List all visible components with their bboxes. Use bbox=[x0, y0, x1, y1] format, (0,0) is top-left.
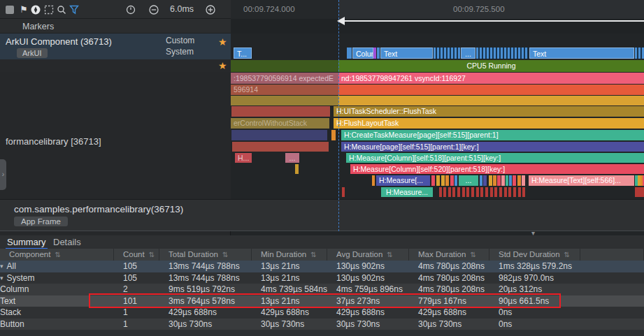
trace-span[interactable] bbox=[377, 48, 380, 59]
trace-span[interactable]: H:Measure[Text][self:566]... bbox=[529, 175, 634, 186]
trace-span[interactable] bbox=[476, 48, 529, 59]
trace-span[interactable]: CPU5 Running bbox=[338, 60, 644, 72]
trace-span[interactable] bbox=[441, 175, 445, 186]
trace-span[interactable]: H... bbox=[235, 153, 252, 163]
lane-app-frame[interactable]: com.samples.performancelibrary(36713) Ap… bbox=[0, 199, 644, 231]
trace-span[interactable] bbox=[501, 175, 505, 186]
trace-span[interactable] bbox=[347, 48, 352, 59]
trace-span[interactable]: H:UITaskScheduler::FlushTask bbox=[334, 106, 644, 117]
star-icon[interactable]: ★ bbox=[218, 37, 227, 47]
trace-span[interactable] bbox=[489, 175, 492, 186]
column-header-total[interactable]: Total Duration⇅ bbox=[159, 249, 252, 261]
trace-span[interactable] bbox=[450, 175, 454, 186]
trace-span[interactable]: ... bbox=[459, 175, 478, 186]
trace-span[interactable] bbox=[452, 187, 455, 197]
table-row-all[interactable]: ▾All 105 13ms 744µs 788ns 13µs 21ns 130µ… bbox=[0, 261, 644, 272]
column-header-max[interactable]: Max Duration⇅ bbox=[409, 249, 489, 261]
trace-span[interactable] bbox=[483, 175, 487, 186]
trace-span[interactable] bbox=[457, 187, 460, 197]
trace-span[interactable]: H:Measure[Column][self:518][parent:515][… bbox=[346, 153, 644, 163]
trace-span[interactable] bbox=[443, 187, 446, 197]
drawer-handle[interactable]: › bbox=[0, 159, 6, 190]
trace-span[interactable] bbox=[509, 175, 512, 186]
expand-arrow-icon[interactable]: ▾ bbox=[0, 261, 3, 272]
trace-span[interactable] bbox=[635, 48, 644, 59]
lane-process[interactable]: formancelibrary [36713] › bbox=[0, 72, 231, 199]
trace-span[interactable] bbox=[231, 130, 327, 140]
trace-span[interactable] bbox=[504, 187, 507, 197]
column-header-std[interactable]: Std Dev Duration⇅ bbox=[489, 249, 580, 261]
trace-span[interactable]: :198537790596914 expectedE bbox=[231, 73, 338, 84]
markers-lane[interactable]: Markers bbox=[0, 19, 231, 34]
trace-span[interactable] bbox=[466, 187, 469, 197]
table-row-stack[interactable]: Stack 1 429µs 688ns 429µs 688ns 429µs 68… bbox=[0, 307, 644, 319]
search-icon[interactable] bbox=[56, 4, 67, 15]
column-header-count[interactable]: Count⇅ bbox=[114, 249, 159, 261]
trace-span[interactable] bbox=[231, 96, 338, 105]
stop-button[interactable] bbox=[4, 4, 15, 15]
tab-summary[interactable]: Summary bbox=[7, 237, 46, 247]
flag-icon[interactable]: ⚑ bbox=[18, 3, 29, 15]
range-indicator-line[interactable] bbox=[345, 20, 644, 22]
trace-span[interactable]: Colun bbox=[352, 48, 373, 59]
trace-span[interactable] bbox=[508, 187, 511, 197]
trace-span[interactable] bbox=[522, 175, 525, 186]
trace-span[interactable] bbox=[455, 175, 457, 186]
trace-span[interactable]: H:Measure[page][self:515][parent:1][key:… bbox=[341, 142, 644, 152]
marquee-select-icon[interactable] bbox=[43, 4, 55, 15]
trace-span[interactable]: H:FlushLayoutTask bbox=[334, 118, 644, 129]
trace-span[interactable]: H:Measure[... bbox=[376, 175, 430, 186]
column-header-avg[interactable]: Avg Duration⇅ bbox=[327, 249, 409, 261]
trace-span[interactable] bbox=[506, 175, 508, 186]
navigate-icon[interactable] bbox=[30, 4, 41, 15]
trace-span[interactable] bbox=[232, 142, 329, 152]
trace-span[interactable]: 596914 bbox=[231, 85, 338, 95]
trace-span[interactable] bbox=[372, 175, 375, 186]
trace-span[interactable] bbox=[338, 85, 644, 95]
trace-span[interactable] bbox=[522, 187, 525, 197]
trace-span[interactable]: H:CreateTaskMeasure[page][self:515][pare… bbox=[341, 130, 644, 140]
star-icon[interactable]: ★ bbox=[218, 61, 227, 71]
table-row-system[interactable]: ▾System 105 13ms 744µs 788ns 13µs 21ns 1… bbox=[0, 272, 644, 284]
trace-span[interactable] bbox=[518, 187, 521, 197]
zoom-in-icon[interactable] bbox=[205, 4, 216, 15]
trace-span[interactable] bbox=[485, 187, 488, 197]
trace-span[interactable]: H:Measure[Column][self:520][parent:518][… bbox=[350, 164, 644, 174]
expand-arrow-icon[interactable]: ▾ bbox=[0, 272, 3, 284]
filter-icon[interactable] bbox=[69, 4, 80, 15]
trace-span[interactable] bbox=[342, 187, 345, 197]
trace-span[interactable]: ... bbox=[461, 48, 475, 59]
trace-span[interactable] bbox=[373, 48, 376, 59]
trace-span[interactable]: H:Measure... bbox=[381, 187, 433, 197]
trace-span[interactable] bbox=[513, 187, 516, 197]
trace-span[interactable] bbox=[462, 187, 465, 197]
trace-span[interactable]: erControlWithoutStack bbox=[231, 118, 329, 129]
trace-span[interactable] bbox=[434, 48, 460, 59]
trace-span[interactable] bbox=[480, 187, 483, 197]
tab-details[interactable]: Details bbox=[53, 237, 81, 247]
trace-span[interactable] bbox=[517, 175, 521, 186]
trace-span[interactable] bbox=[231, 106, 330, 117]
playhead-marker[interactable] bbox=[338, 0, 339, 231]
zoom-out-icon[interactable] bbox=[148, 4, 159, 15]
lane-arkui-component[interactable]: ArkUI Component (36713) ArkUI Custom Sys… bbox=[0, 34, 231, 59]
trace-span[interactable] bbox=[471, 187, 474, 197]
timer-icon[interactable] bbox=[125, 4, 136, 15]
trace-span[interactable] bbox=[231, 60, 338, 72]
trace-span[interactable] bbox=[513, 175, 516, 186]
trace-span[interactable] bbox=[448, 187, 451, 197]
trace-span[interactable]: nd:198537798947261 vsyncId:116927 bbox=[338, 73, 644, 84]
trace-span[interactable] bbox=[436, 175, 440, 186]
column-header-component[interactable]: Component⇅ bbox=[0, 249, 114, 261]
trace-span[interactable] bbox=[494, 187, 497, 197]
trace-span[interactable]: T... bbox=[234, 48, 252, 59]
column-header-min[interactable]: Min Duration⇅ bbox=[252, 249, 327, 261]
trace-span[interactable] bbox=[439, 187, 442, 197]
range-indicator-arrow-icon[interactable] bbox=[337, 17, 345, 25]
trace-span[interactable] bbox=[476, 187, 479, 197]
trace-span[interactable]: Text bbox=[529, 48, 634, 59]
trace-span[interactable]: ... bbox=[285, 153, 299, 163]
trace-span[interactable]: Text bbox=[380, 48, 433, 59]
trace-span[interactable] bbox=[497, 175, 501, 186]
trace-span[interactable] bbox=[295, 164, 299, 174]
